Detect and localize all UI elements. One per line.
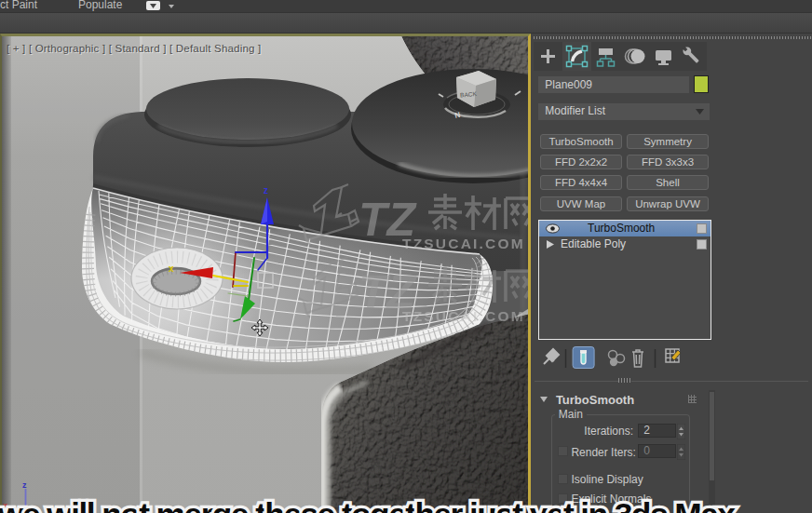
svg-text:we will not merge these togeth: we will not merge these together just ye… (0, 496, 736, 513)
